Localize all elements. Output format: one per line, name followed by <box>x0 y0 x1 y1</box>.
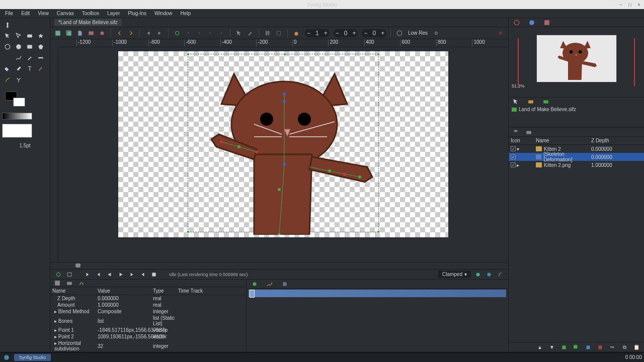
width-tool[interactable] <box>36 53 45 62</box>
menu-view[interactable]: View <box>35 10 52 17</box>
close-button[interactable]: × <box>636 2 642 8</box>
node-tool[interactable] <box>14 31 23 40</box>
fill-circle-tool[interactable] <box>14 42 23 51</box>
start-menu-icon[interactable] <box>2 353 11 362</box>
param-row[interactable]: Amount1.000000real <box>50 302 246 308</box>
layers-tab-icon[interactable] <box>512 129 520 136</box>
canvas[interactable] <box>118 51 448 237</box>
document-tab[interactable]: *Land of Make Believe.sifz <box>54 19 122 26</box>
render-icon[interactable] <box>98 29 107 38</box>
file-icon[interactable] <box>75 29 85 38</box>
menu-layer[interactable]: Layer <box>104 10 123 17</box>
preview-thumbnail[interactable] <box>536 35 617 82</box>
color-swatches[interactable] <box>2 92 48 110</box>
skeleton-overlay[interactable] <box>204 59 375 235</box>
layer-delete-icon[interactable] <box>596 343 605 352</box>
library-tab-icon[interactable] <box>527 98 535 105</box>
snap-icon[interactable] <box>274 29 283 38</box>
goto-end-icon[interactable] <box>139 270 147 279</box>
spline-tool[interactable] <box>14 53 23 62</box>
sketch-tool[interactable] <box>36 64 45 73</box>
keyframe-past-icon[interactable] <box>485 270 493 279</box>
draw-tool[interactable] <box>25 53 34 62</box>
param-row[interactable]: ▸ Point 1-1849.517116px,1556.637987pvect… <box>50 327 246 333</box>
polygon-tool[interactable] <box>36 42 45 51</box>
loop-icon[interactable] <box>54 270 62 279</box>
history-tab-icon[interactable] <box>281 281 289 288</box>
children-tab-icon[interactable] <box>65 280 73 287</box>
dot3-icon[interactable]: · <box>206 29 215 38</box>
dot4-icon[interactable]: · <box>217 29 226 38</box>
palette-tab-icon[interactable] <box>543 19 551 26</box>
menu-help[interactable]: Help <box>178 10 194 17</box>
brush-preview[interactable] <box>2 124 32 138</box>
maximize-button[interactable]: □ <box>627 2 633 8</box>
frame-stepper[interactable]: − 1 + <box>305 29 330 37</box>
history-back-icon[interactable] <box>144 29 153 38</box>
layer-down-icon[interactable]: ▼ <box>547 343 556 352</box>
onion-past-stepper[interactable]: − 0 + <box>334 29 358 37</box>
select-mode-icon[interactable] <box>234 29 244 38</box>
menu-edit[interactable]: Edit <box>18 10 33 17</box>
minimize-button[interactable]: − <box>618 2 624 8</box>
layer-cut-icon[interactable]: ✂ <box>608 343 617 352</box>
play-back-icon[interactable] <box>106 270 114 279</box>
layer-new-icon[interactable] <box>559 343 569 352</box>
rect-tool[interactable] <box>25 42 34 51</box>
future-value[interactable]: 0 <box>372 30 376 37</box>
layer-dup-icon[interactable] <box>572 343 581 352</box>
param-row[interactable]: ▸ Boneslistlist (Static List) <box>50 315 246 327</box>
canvas-item[interactable]: Land of Make Believe.sifz <box>509 106 644 113</box>
refresh-icon[interactable] <box>173 29 182 38</box>
prev-key-icon[interactable] <box>95 270 103 279</box>
interpolation-dropdown[interactable]: Clamped ▾ <box>438 270 471 278</box>
bounds-icon[interactable] <box>65 270 73 279</box>
frame-minus[interactable]: − <box>307 30 310 37</box>
animate-mode-icon[interactable] <box>496 270 504 279</box>
layer-copy-icon[interactable]: ⧉ <box>620 343 629 352</box>
onion-future-stepper[interactable]: − 0 + <box>362 29 386 37</box>
frame-plus[interactable]: + <box>324 30 328 37</box>
gradient-tool[interactable] <box>3 53 12 62</box>
text-tool[interactable]: T <box>25 64 34 73</box>
cutout-tool[interactable] <box>14 75 23 84</box>
params-tab-icon[interactable] <box>53 280 61 287</box>
history-fwd-icon[interactable] <box>155 29 164 38</box>
circle-tool[interactable] <box>3 42 12 51</box>
menu-window[interactable]: Window <box>151 10 176 17</box>
layer-row[interactable]: ✓▸ Kitten 2.png 1.000000 <box>509 161 644 169</box>
param-row[interactable]: Z Depth0.000000real <box>50 295 246 302</box>
gradient-swatch[interactable] <box>2 113 32 120</box>
timetrack-tab-icon[interactable] <box>251 281 259 288</box>
layer-up-icon[interactable]: ▲ <box>535 343 544 352</box>
background-color[interactable] <box>13 98 25 107</box>
navigator-preview[interactable]: 51.2% <box>509 27 644 98</box>
quality-icon[interactable] <box>395 29 404 38</box>
fill-tool[interactable] <box>3 64 12 73</box>
settings-icon[interactable] <box>432 29 441 38</box>
param-row[interactable]: ▸ Horizontal subdivision32integer <box>50 340 246 352</box>
redo-icon[interactable] <box>126 29 135 38</box>
sets-tab-icon[interactable] <box>542 98 550 105</box>
eyedrop-tool[interactable] <box>14 64 23 73</box>
undo-icon[interactable] <box>115 29 124 38</box>
layer-group-icon[interactable] <box>584 343 593 352</box>
dot2-icon[interactable]: · <box>195 29 204 38</box>
goto-start-icon[interactable] <box>84 270 92 279</box>
menu-file[interactable]: File <box>2 10 16 17</box>
visibility-checkbox[interactable]: ✓ <box>511 154 516 159</box>
keyframes-tab-icon[interactable] <box>77 280 86 287</box>
layer-paste-icon[interactable]: 📋 <box>632 343 641 352</box>
groups-tab-icon[interactable] <box>525 129 533 136</box>
past-value[interactable]: 0 <box>344 30 348 37</box>
param-row[interactable]: ▸ Point 21089.193611px,-1556.568109vecto… <box>50 333 246 340</box>
visibility-checkbox[interactable]: ✓ <box>511 146 516 151</box>
arrow-tool[interactable] <box>3 31 12 40</box>
navigator-tab-icon[interactable] <box>513 19 521 26</box>
info-tab-icon[interactable] <box>528 19 536 26</box>
visibility-checkbox[interactable]: ✓ <box>511 162 516 167</box>
timeline-cursor[interactable] <box>250 290 255 298</box>
stop-icon[interactable] <box>150 270 158 279</box>
save-all-icon[interactable] <box>64 29 73 38</box>
curves-tab-icon[interactable] <box>266 281 274 288</box>
